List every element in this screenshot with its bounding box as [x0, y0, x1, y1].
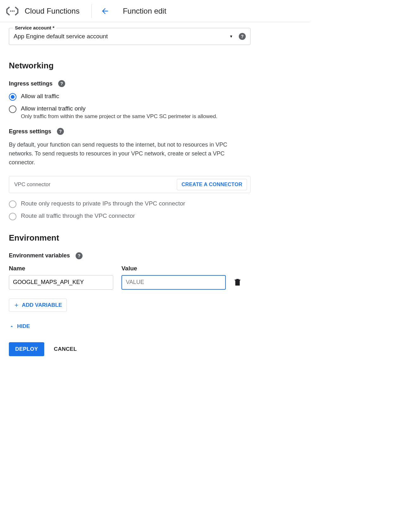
service-account-value: App Engine default service account: [14, 33, 229, 40]
back-arrow-icon[interactable]: [101, 7, 109, 16]
page-title: Function edit: [123, 7, 166, 16]
dropdown-caret-icon: ▼: [229, 34, 233, 39]
env-var-row: [9, 275, 250, 290]
delete-icon[interactable]: [234, 279, 241, 286]
radio-label: Route all traffic through the VPC connec…: [21, 212, 135, 219]
top-bar: Cloud Functions Function edit: [0, 0, 310, 22]
deploy-button[interactable]: DEPLOY: [9, 342, 44, 356]
radio-label: Allow internal traffic only: [21, 105, 217, 112]
vpc-connector-placeholder: VPC connector: [14, 181, 174, 188]
svg-rect-3: [235, 280, 240, 286]
divider: [91, 4, 92, 18]
environment-heading: Environment: [9, 233, 250, 243]
add-variable-button[interactable]: ADD VARIABLE: [9, 299, 67, 312]
radio-icon[interactable]: [9, 93, 16, 101]
cloud-functions-icon: [6, 4, 19, 18]
env-vars-label: Environment variables: [9, 252, 70, 259]
egress-option-private-ips: Route only requests to private IPs throu…: [9, 200, 250, 208]
vpc-connector-field[interactable]: VPC connector CREATE A CONNECTOR: [9, 176, 250, 193]
hide-toggle[interactable]: HIDE: [9, 323, 250, 330]
radio-label: Allow all traffic: [21, 93, 59, 100]
env-value-column: Value: [121, 265, 226, 272]
plus-icon: [14, 302, 19, 308]
svg-point-2: [13, 10, 15, 11]
service-account-select[interactable]: Service account * App Engine default ser…: [9, 28, 250, 45]
help-icon[interactable]: ?: [239, 33, 246, 40]
ingress-option-allow-all[interactable]: Allow all traffic: [9, 93, 250, 101]
ingress-option-internal-only[interactable]: Allow internal traffic only Only traffic…: [9, 105, 250, 120]
ingress-settings-label: Ingress settings: [9, 80, 52, 87]
add-variable-label: ADD VARIABLE: [22, 302, 62, 308]
product-title: Cloud Functions: [25, 7, 79, 16]
networking-heading: Networking: [9, 61, 250, 71]
svg-point-1: [12, 10, 13, 11]
help-icon[interactable]: ?: [76, 252, 83, 259]
chevron-up-icon: [9, 324, 15, 329]
svg-rect-5: [236, 279, 239, 280]
cancel-button[interactable]: CANCEL: [54, 346, 77, 352]
egress-option-all-traffic: Route all traffic through the VPC connec…: [9, 212, 250, 220]
env-name-input[interactable]: [9, 275, 113, 290]
svg-point-0: [10, 10, 11, 11]
env-name-column: Name: [9, 265, 113, 272]
help-icon[interactable]: ?: [57, 128, 64, 135]
create-connector-button[interactable]: CREATE A CONNECTOR: [177, 179, 247, 190]
service-account-label: Service account *: [13, 25, 56, 30]
egress-settings-label: Egress settings: [9, 128, 51, 135]
radio-icon: [9, 200, 16, 208]
hide-label: HIDE: [17, 323, 30, 330]
radio-sublabel: Only traffic from within the same projec…: [21, 113, 217, 120]
radio-label: Route only requests to private IPs throu…: [21, 200, 185, 207]
egress-description: By default, your function can send reque…: [9, 141, 250, 167]
radio-icon: [9, 213, 16, 220]
radio-icon[interactable]: [9, 105, 16, 113]
help-icon[interactable]: ?: [58, 80, 65, 87]
env-value-input[interactable]: [121, 275, 226, 290]
